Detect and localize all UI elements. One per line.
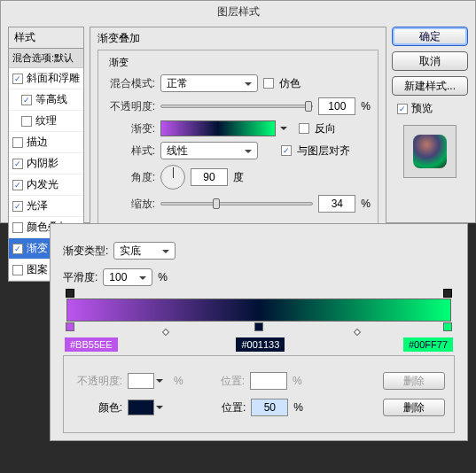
pct-label-3: % — [158, 271, 168, 283]
style-checkbox[interactable] — [21, 116, 32, 127]
dither-label: 仿色 — [279, 76, 300, 91]
style-checkbox[interactable]: ✓ — [12, 180, 23, 190]
style-row-5[interactable]: ✓内发光 — [9, 174, 83, 196]
style-checkbox[interactable] — [12, 222, 23, 233]
gradient-swatch[interactable] — [160, 120, 276, 136]
style-row-3[interactable]: 描边 — [9, 132, 83, 153]
gradient-label: 渐变: — [105, 121, 155, 136]
stop-opacity-label: 不透明度: — [73, 374, 122, 389]
angle-input[interactable]: 90 — [191, 168, 228, 186]
style-label: 内发光 — [27, 177, 59, 192]
opacity-label: 不透明度: — [105, 99, 155, 114]
stop-color-position-label: 位置: — [222, 400, 246, 415]
style-row-6[interactable]: ✓光泽 — [9, 196, 83, 217]
stop-tag-3: #00FF77 — [403, 337, 453, 352]
gradient-fieldset: 渐变 混合模式: 正常 仿色 不透明度: 100 % 渐变: — [98, 50, 378, 224]
stop-color-pos-input[interactable]: 50 — [251, 399, 288, 416]
style-label: 斜面和浮雕 — [27, 71, 80, 86]
smoothness-label: 平滑度: — [63, 270, 98, 285]
align-label: 与图层对齐 — [297, 143, 350, 159]
preview-checkbox[interactable]: ✓ — [397, 104, 408, 114]
style-label: 渐变 — [27, 241, 48, 256]
stop-tag-2: #001133 — [236, 337, 285, 352]
smoothness-input[interactable]: 100 — [103, 268, 152, 286]
opacity-slider[interactable] — [160, 105, 313, 108]
style-label: 样式: — [105, 143, 155, 159]
style-label: 图案 — [27, 262, 48, 277]
cancel-button[interactable]: 取消 — [392, 51, 468, 71]
align-checkbox[interactable]: ✓ — [281, 145, 292, 156]
scale-label: 缩放: — [105, 197, 155, 212]
style-label: 光泽 — [27, 198, 48, 213]
style-checkbox[interactable]: ✓ — [12, 74, 23, 84]
color-stop-1[interactable] — [66, 322, 74, 331]
style-checkbox[interactable]: ✓ — [12, 159, 23, 169]
opacity-input[interactable]: 100 — [318, 97, 355, 115]
panel-title: 渐变叠加 — [98, 31, 378, 48]
stop-position-label: 位置: — [221, 374, 245, 389]
style-checkbox[interactable] — [12, 265, 23, 275]
midpoint-2[interactable] — [354, 329, 361, 336]
ok-button[interactable]: 确定 — [392, 27, 468, 46]
angle-label: 角度: — [105, 170, 155, 185]
color-stop-2[interactable] — [254, 322, 263, 331]
style-row-4[interactable]: ✓内阴影 — [9, 153, 83, 174]
midpoint-1[interactable] — [162, 329, 169, 336]
style-row-1[interactable]: ✓等高线 — [9, 89, 83, 111]
fieldset-legend: 渐变 — [105, 56, 132, 69]
style-checkbox[interactable]: ✓ — [12, 244, 23, 254]
angle-dial[interactable] — [160, 165, 185, 190]
delete-opacity-stop-button[interactable]: 删除 — [383, 372, 445, 390]
pct-label-2: % — [361, 198, 371, 210]
style-checkbox[interactable] — [12, 137, 23, 148]
delete-color-stop-button[interactable]: 删除 — [383, 399, 445, 416]
style-row-2[interactable]: 纹理 — [9, 111, 83, 132]
style-label: 内阴影 — [27, 156, 59, 171]
blendmode-label: 混合模式: — [105, 76, 155, 91]
gradient-type-label: 渐变类型: — [63, 244, 108, 259]
dialog-title: 图层样式 — [1, 1, 475, 23]
stop-opacity-swatch[interactable] — [128, 373, 154, 389]
stop-opacity-pos-input[interactable] — [250, 372, 287, 390]
style-row-0[interactable]: ✓斜面和浮雕 — [9, 68, 83, 89]
stop-tag-1: #BB55EE — [65, 337, 118, 352]
preview-label: 预览 — [411, 101, 433, 116]
style-checkbox[interactable]: ✓ — [21, 95, 32, 105]
layer-style-dialog: 图层样式 样式 混合选项:默认 ✓斜面和浮雕✓等高线纹理描边✓内阴影✓内发光✓光… — [0, 0, 476, 223]
gradient-bar[interactable] — [66, 299, 451, 322]
style-checkbox[interactable]: ✓ — [12, 201, 23, 212]
scale-slider[interactable] — [160, 202, 313, 205]
pct-label: % — [361, 100, 371, 112]
color-stop-3[interactable] — [443, 322, 452, 331]
opacity-stop-right[interactable] — [443, 289, 452, 298]
blend-options-header[interactable]: 混合选项:默认 — [9, 49, 83, 68]
opacity-stop-left[interactable] — [66, 289, 74, 298]
reverse-checkbox[interactable] — [299, 123, 309, 134]
dither-checkbox[interactable] — [263, 78, 274, 89]
stop-color-swatch[interactable] — [128, 399, 154, 415]
stop-color-label: 颜色: — [73, 400, 122, 415]
gradient-type-select[interactable]: 实底 — [113, 242, 176, 260]
style-label: 纹理 — [35, 113, 57, 128]
new-style-button[interactable]: 新建样式... — [392, 76, 468, 96]
preview-thumbnail — [403, 125, 456, 178]
gradient-editor-panel: 渐变类型: 实底 平滑度: 100 % #BB55EE #001133 #00F… — [50, 223, 468, 441]
styles-header[interactable]: 样式 — [9, 27, 83, 49]
stops-box: 不透明度: % 位置: % 删除 颜色: 位置: 50 % 删除 — [63, 355, 455, 433]
style-select[interactable]: 线性 — [160, 142, 258, 159]
reverse-label: 反向 — [315, 121, 336, 136]
deg-label: 度 — [233, 170, 244, 185]
blendmode-select[interactable]: 正常 — [160, 74, 258, 92]
style-label: 等高线 — [35, 92, 67, 107]
style-label: 描边 — [27, 135, 48, 150]
scale-input[interactable]: 34 — [318, 195, 355, 213]
